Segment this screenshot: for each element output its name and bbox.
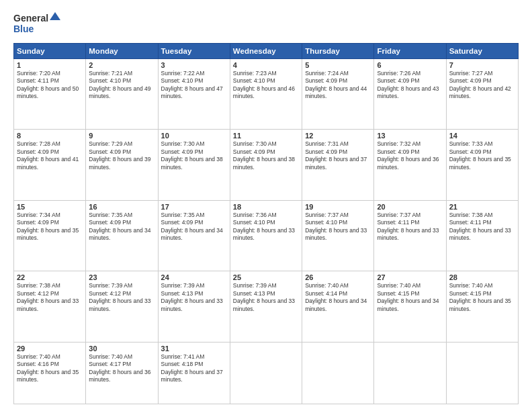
calendar-cell [302,342,374,404]
week-row-2: 8 Sunrise: 7:28 AMSunset: 4:09 PMDayligh… [14,130,519,200]
calendar-cell: 12 Sunrise: 7:31 AMSunset: 4:09 PMDaylig… [302,130,374,200]
calendar-cell: 27 Sunrise: 7:40 AMSunset: 4:15 PMDaylig… [374,271,446,342]
day-number: 6 [377,61,443,69]
svg-marker-2 [50,12,60,20]
day-number: 11 [233,132,299,140]
cell-content: Sunrise: 7:40 AMSunset: 4:14 PMDaylight:… [305,282,371,313]
day-number: 29 [17,345,83,353]
cell-content: Sunrise: 7:24 AMSunset: 4:09 PMDaylight:… [305,70,371,101]
calendar-cell: 6 Sunrise: 7:26 AMSunset: 4:09 PMDayligh… [374,59,446,130]
calendar-cell: 7 Sunrise: 7:27 AMSunset: 4:09 PMDayligh… [446,59,518,130]
calendar-cell: 16 Sunrise: 7:35 AMSunset: 4:09 PMDaylig… [86,200,158,271]
calendar-cell: 17 Sunrise: 7:35 AMSunset: 4:09 PMDaylig… [158,200,230,271]
day-number: 23 [89,273,154,281]
logo: General Blue [13,11,60,36]
cell-content: Sunrise: 7:40 AMSunset: 4:17 PMDaylight:… [89,353,154,384]
header-sunday: Sunday [14,44,86,59]
cell-content: Sunrise: 7:21 AMSunset: 4:10 PMDaylight:… [89,70,154,101]
calendar-cell: 26 Sunrise: 7:40 AMSunset: 4:14 PMDaylig… [302,271,374,342]
header-saturday: Saturday [446,44,518,59]
day-number: 15 [17,203,83,211]
calendar-cell: 24 Sunrise: 7:39 AMSunset: 4:13 PMDaylig… [158,271,230,342]
calendar-cell: 22 Sunrise: 7:38 AMSunset: 4:12 PMDaylig… [14,271,86,342]
day-number: 7 [449,61,515,69]
cell-content: Sunrise: 7:38 AMSunset: 4:11 PMDaylight:… [449,212,515,242]
calendar-cell: 3 Sunrise: 7:22 AMSunset: 4:10 PMDayligh… [158,59,230,130]
calendar-cell: 2 Sunrise: 7:21 AMSunset: 4:10 PMDayligh… [86,59,158,130]
day-number: 27 [377,273,443,281]
day-number: 9 [89,132,154,140]
cell-content: Sunrise: 7:37 AMSunset: 4:11 PMDaylight:… [377,212,443,242]
svg-text:Blue: Blue [13,24,34,34]
header-wednesday: Wednesday [230,44,302,59]
header-tuesday: Tuesday [158,44,230,59]
day-number: 31 [161,345,227,353]
calendar-cell [446,342,518,404]
week-row-5: 29 Sunrise: 7:40 AMSunset: 4:16 PMDaylig… [14,342,519,404]
calendar-cell: 21 Sunrise: 7:38 AMSunset: 4:11 PMDaylig… [446,200,518,271]
week-row-1: 1 Sunrise: 7:20 AMSunset: 4:11 PMDayligh… [14,59,519,130]
cell-content: Sunrise: 7:30 AMSunset: 4:09 PMDaylight:… [233,140,299,171]
calendar-cell: 4 Sunrise: 7:23 AMSunset: 4:10 PMDayligh… [230,59,302,130]
svg-text:General: General [13,13,48,24]
cell-content: Sunrise: 7:27 AMSunset: 4:09 PMDaylight:… [449,70,515,101]
cell-content: Sunrise: 7:40 AMSunset: 4:16 PMDaylight:… [17,353,83,384]
cell-content: Sunrise: 7:36 AMSunset: 4:10 PMDaylight:… [233,212,299,242]
cell-content: Sunrise: 7:20 AMSunset: 4:11 PMDaylight:… [17,70,83,101]
calendar-cell: 23 Sunrise: 7:39 AMSunset: 4:12 PMDaylig… [86,271,158,342]
calendar-cell: 29 Sunrise: 7:40 AMSunset: 4:16 PMDaylig… [14,342,86,404]
day-number: 22 [17,273,83,281]
calendar-cell: 11 Sunrise: 7:30 AMSunset: 4:09 PMDaylig… [230,130,302,200]
header-monday: Monday [86,44,158,59]
header-friday: Friday [374,44,446,59]
cell-content: Sunrise: 7:22 AMSunset: 4:10 PMDaylight:… [161,70,227,101]
calendar-cell: 15 Sunrise: 7:34 AMSunset: 4:09 PMDaylig… [14,200,86,271]
day-number: 3 [161,61,227,69]
calendar-cell: 30 Sunrise: 7:40 AMSunset: 4:17 PMDaylig… [86,342,158,404]
day-number: 1 [17,61,83,69]
day-number: 20 [377,203,443,211]
day-number: 14 [449,132,515,140]
calendar-cell: 1 Sunrise: 7:20 AMSunset: 4:11 PMDayligh… [14,59,86,130]
cell-content: Sunrise: 7:40 AMSunset: 4:15 PMDaylight:… [449,282,515,313]
calendar-cell [374,342,446,404]
calendar-cell: 19 Sunrise: 7:37 AMSunset: 4:10 PMDaylig… [302,200,374,271]
week-row-4: 22 Sunrise: 7:38 AMSunset: 4:12 PMDaylig… [14,271,519,342]
day-number: 13 [377,132,443,140]
header-thursday: Thursday [302,44,374,59]
day-number: 25 [233,273,299,281]
day-number: 2 [89,61,154,69]
cell-content: Sunrise: 7:33 AMSunset: 4:09 PMDaylight:… [449,140,515,171]
cell-content: Sunrise: 7:26 AMSunset: 4:09 PMDaylight:… [377,70,443,101]
cell-content: Sunrise: 7:28 AMSunset: 4:09 PMDaylight:… [17,140,83,171]
day-number: 30 [89,345,154,353]
calendar-cell: 10 Sunrise: 7:30 AMSunset: 4:09 PMDaylig… [158,130,230,200]
cell-content: Sunrise: 7:30 AMSunset: 4:09 PMDaylight:… [161,140,227,171]
cell-content: Sunrise: 7:32 AMSunset: 4:09 PMDaylight:… [377,140,443,171]
calendar-cell: 9 Sunrise: 7:29 AMSunset: 4:09 PMDayligh… [86,130,158,200]
calendar-cell: 14 Sunrise: 7:33 AMSunset: 4:09 PMDaylig… [446,130,518,200]
day-number: 28 [449,273,515,281]
calendar-cell: 8 Sunrise: 7:28 AMSunset: 4:09 PMDayligh… [14,130,86,200]
week-row-3: 15 Sunrise: 7:34 AMSunset: 4:09 PMDaylig… [14,200,519,271]
header: General Blue [13,11,519,36]
cell-content: Sunrise: 7:29 AMSunset: 4:09 PMDaylight:… [89,140,154,171]
day-number: 26 [305,273,371,281]
calendar-cell: 5 Sunrise: 7:24 AMSunset: 4:09 PMDayligh… [302,59,374,130]
logo-svg: General Blue [13,11,60,36]
cell-content: Sunrise: 7:23 AMSunset: 4:10 PMDaylight:… [233,70,299,101]
day-number: 19 [305,203,371,211]
day-number: 12 [305,132,371,140]
calendar-cell: 13 Sunrise: 7:32 AMSunset: 4:09 PMDaylig… [374,130,446,200]
calendar-cell: 25 Sunrise: 7:39 AMSunset: 4:13 PMDaylig… [230,271,302,342]
day-number: 18 [233,203,299,211]
calendar-header-row: SundayMondayTuesdayWednesdayThursdayFrid… [14,44,519,59]
cell-content: Sunrise: 7:31 AMSunset: 4:09 PMDaylight:… [305,140,371,171]
day-number: 16 [89,203,154,211]
cell-content: Sunrise: 7:41 AMSunset: 4:18 PMDaylight:… [161,353,227,384]
day-number: 24 [161,273,227,281]
calendar-cell: 28 Sunrise: 7:40 AMSunset: 4:15 PMDaylig… [446,271,518,342]
calendar-cell: 20 Sunrise: 7:37 AMSunset: 4:11 PMDaylig… [374,200,446,271]
page: General Blue SundayMondayTuesdayWednesda… [0,0,532,411]
day-number: 21 [449,203,515,211]
